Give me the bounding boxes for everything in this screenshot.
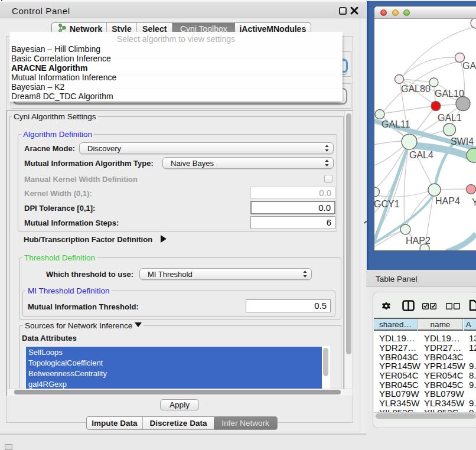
svg-text:SWI4: SWI4 <box>451 136 474 146</box>
svg-text:YD: YD <box>472 197 476 207</box>
svg-text:GAL10: GAL10 <box>435 89 464 99</box>
svg-text:GAL11: GAL11 <box>382 119 410 129</box>
svg-text:GAL80: GAL80 <box>401 84 431 94</box>
svg-text:GAL7: GAL7 <box>462 61 476 71</box>
svg-text:HAP2: HAP2 <box>406 236 431 246</box>
svg-text:HAP4: HAP4 <box>435 196 460 206</box>
svg-text:GAL4: GAL4 <box>409 150 433 160</box>
svg-text:GAL1: GAL1 <box>438 113 462 123</box>
svg-text:GCY1: GCY1 <box>374 199 400 209</box>
